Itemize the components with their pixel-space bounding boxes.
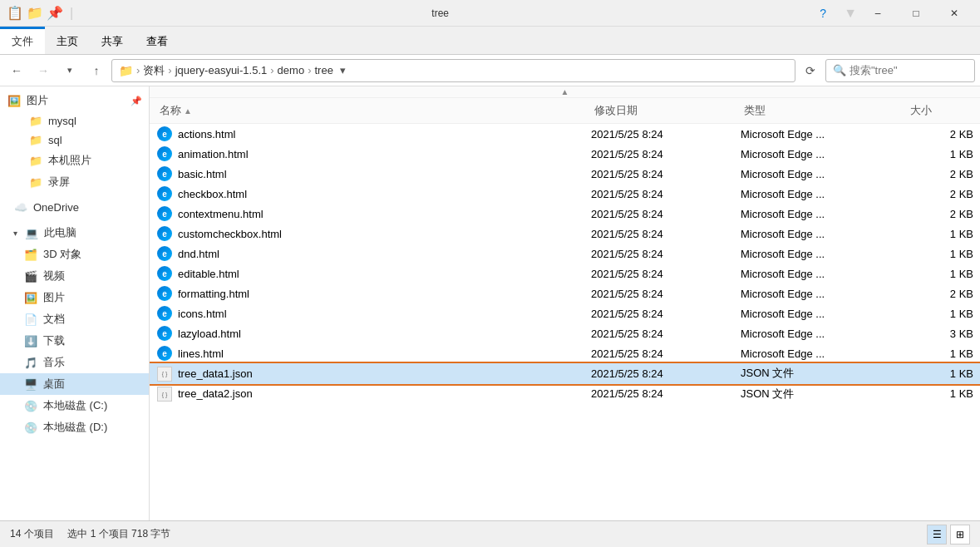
- sidebar-label-onedrive: OneDrive: [33, 201, 79, 214]
- music-icon: 🎵: [23, 357, 38, 369]
- sidebar-item-screenrecord[interactable]: 📁 录屏: [0, 171, 149, 193]
- col-header-size[interactable]: 大小: [907, 101, 973, 120]
- table-row[interactable]: { } tree_data1.json 2021/5/25 8:24 JSON …: [150, 363, 980, 384]
- minimize-button[interactable]: –: [859, 0, 897, 27]
- file-icon: e: [156, 306, 173, 321]
- sidebar-item-videos[interactable]: 🎬 视频: [0, 265, 149, 287]
- sidebar-item-sql[interactable]: 📁 sql: [0, 131, 149, 150]
- forward-button[interactable]: →: [32, 59, 55, 82]
- large-icons-view-button[interactable]: ⊞: [950, 525, 970, 545]
- mysql-icon: 📁: [28, 115, 43, 127]
- table-row[interactable]: e basic.html 2021/5/25 8:24 Microsoft Ed…: [150, 164, 980, 184]
- recent-button[interactable]: ▾: [58, 59, 81, 82]
- this-pc-expand-icon: ▾: [13, 229, 17, 238]
- file-type: Microsoft Edge ...: [741, 288, 907, 300]
- file-date: 2021/5/25 8:24: [591, 288, 741, 300]
- sidebar-item-pictures-pinned[interactable]: 🖼️ 图片 📌: [0, 90, 149, 111]
- title-icons: 📋 📁 📌 |: [7, 5, 76, 21]
- file-size: 2 KB: [907, 208, 973, 220]
- table-row[interactable]: e formatting.html 2021/5/25 8:24 Microso…: [150, 283, 980, 303]
- drive-d-icon: 💿: [23, 421, 38, 434]
- ribbon-tab-file[interactable]: 文件: [0, 27, 45, 54]
- table-row[interactable]: e checkbox.html 2021/5/25 8:24 Microsoft…: [150, 184, 980, 204]
- ribbon-tab-home[interactable]: 主页: [45, 27, 90, 54]
- back-button[interactable]: ←: [5, 59, 28, 82]
- file-name-cell: e animation.html: [156, 146, 591, 161]
- file-name: checkbox.html: [178, 188, 247, 200]
- window-title: tree: [76, 7, 804, 19]
- col-header-name[interactable]: 名称 ▲: [156, 101, 591, 120]
- address-sep-2: ›: [270, 64, 273, 76]
- maximize-button[interactable]: □: [897, 0, 935, 27]
- file-date: 2021/5/25 8:24: [591, 148, 741, 160]
- sidebar-label-videos: 视频: [43, 269, 65, 283]
- sidebar-item-drive-d[interactable]: 💿 本地磁盘 (D:): [0, 416, 149, 438]
- search-bar[interactable]: 🔍: [825, 59, 975, 82]
- sidebar-item-mysql[interactable]: 📁 mysql: [0, 111, 149, 131]
- table-row[interactable]: e contextmenu.html 2021/5/25 8:24 Micros…: [150, 204, 980, 224]
- up-button[interactable]: ↑: [85, 59, 108, 82]
- table-row[interactable]: e customcheckbox.html 2021/5/25 8:24 Mic…: [150, 224, 980, 244]
- file-type: Microsoft Edge ...: [741, 168, 907, 180]
- sidebar-item-downloads[interactable]: ⬇️ 下载: [0, 330, 149, 352]
- sidebar-item-local-photos[interactable]: 📁 本机照片: [0, 150, 149, 171]
- sidebar-item-desktop[interactable]: 🖥️ 桌面: [0, 373, 149, 395]
- col-header-date[interactable]: 修改日期: [591, 101, 741, 120]
- sidebar-item-pictures[interactable]: 🖼️ 图片: [0, 287, 149, 308]
- details-view-button[interactable]: ☰: [927, 525, 947, 545]
- sidebar-item-music[interactable]: 🎵 音乐: [0, 352, 149, 373]
- address-part-0[interactable]: 资料: [143, 63, 165, 78]
- sort-indicator: ▲: [561, 87, 569, 96]
- table-row[interactable]: e dnd.html 2021/5/25 8:24 Microsoft Edge…: [150, 244, 980, 264]
- sidebar-item-3d-objects[interactable]: 🗂️ 3D 对象: [0, 244, 149, 265]
- videos-icon: 🎬: [23, 270, 38, 283]
- address-part-3[interactable]: tree: [314, 64, 332, 76]
- table-row[interactable]: { } tree_data2.json 2021/5/25 8:24 JSON …: [150, 384, 980, 405]
- file-icon: e: [156, 326, 173, 341]
- sidebar-label-music: 音乐: [43, 355, 65, 370]
- file-type: Microsoft Edge ...: [741, 308, 907, 320]
- file-name-cell: e editable.html: [156, 266, 591, 281]
- col-name-sort: ▲: [184, 106, 192, 116]
- table-row[interactable]: e lines.html 2021/5/25 8:24 Microsoft Ed…: [150, 343, 980, 363]
- file-icon: e: [156, 126, 173, 141]
- table-row[interactable]: e editable.html 2021/5/25 8:24 Microsoft…: [150, 264, 980, 283]
- table-row[interactable]: e icons.html 2021/5/25 8:24 Microsoft Ed…: [150, 303, 980, 323]
- close-button[interactable]: ✕: [935, 0, 973, 27]
- col-header-type[interactable]: 类型: [741, 101, 907, 120]
- file-type: Microsoft Edge ...: [741, 268, 907, 280]
- window-controls: ? ▼ – □ ✕: [804, 0, 973, 27]
- refresh-button[interactable]: ⟳: [799, 59, 822, 82]
- sidebar-item-documents[interactable]: 📄 文档: [0, 308, 149, 330]
- 3d-objects-icon: 🗂️: [23, 249, 38, 261]
- address-dropdown-arrow[interactable]: ▾: [340, 64, 346, 76]
- sidebar-item-this-pc[interactable]: ▾ 💻 此电脑: [0, 222, 149, 244]
- ribbon-tab-view[interactable]: 查看: [135, 27, 180, 54]
- file-size: 1 KB: [907, 148, 973, 160]
- edge-file-icon: e: [157, 186, 172, 201]
- edge-file-icon: e: [157, 346, 172, 361]
- file-date: 2021/5/25 8:24: [591, 188, 741, 200]
- file-date: 2021/5/25 8:24: [591, 248, 741, 260]
- file-name-cell: e icons.html: [156, 306, 591, 321]
- help-button[interactable]: ?: [804, 0, 842, 27]
- search-input[interactable]: [849, 64, 949, 76]
- file-icon: e: [156, 286, 173, 301]
- edge-file-icon: e: [157, 166, 172, 181]
- table-row[interactable]: e animation.html 2021/5/25 8:24 Microsof…: [150, 144, 980, 164]
- address-part-1[interactable]: jquery-easyui-1.5.1: [175, 64, 268, 76]
- file-type: JSON 文件: [741, 366, 907, 381]
- address-part-2[interactable]: demo: [278, 64, 305, 76]
- file-date: 2021/5/25 8:24: [591, 268, 741, 280]
- sidebar-item-onedrive[interactable]: ☁️ OneDrive: [0, 198, 149, 217]
- sidebar-label-pictures-pinned: 图片: [27, 93, 48, 108]
- pictures-pinned-icon: 🖼️: [7, 95, 22, 107]
- file-size: 1 KB: [907, 367, 973, 380]
- file-name-cell: e formatting.html: [156, 286, 591, 301]
- ribbon-tab-share[interactable]: 共享: [90, 27, 135, 54]
- table-row[interactable]: e lazyload.html 2021/5/25 8:24 Microsoft…: [150, 323, 980, 343]
- file-name: customcheckbox.html: [178, 228, 282, 240]
- address-bar[interactable]: 📁 › 资料 › jquery-easyui-1.5.1 › demo › tr…: [111, 59, 795, 82]
- sidebar-item-drive-c[interactable]: 💿 本地磁盘 (C:): [0, 395, 149, 416]
- table-row[interactable]: e actions.html 2021/5/25 8:24 Microsoft …: [150, 124, 980, 144]
